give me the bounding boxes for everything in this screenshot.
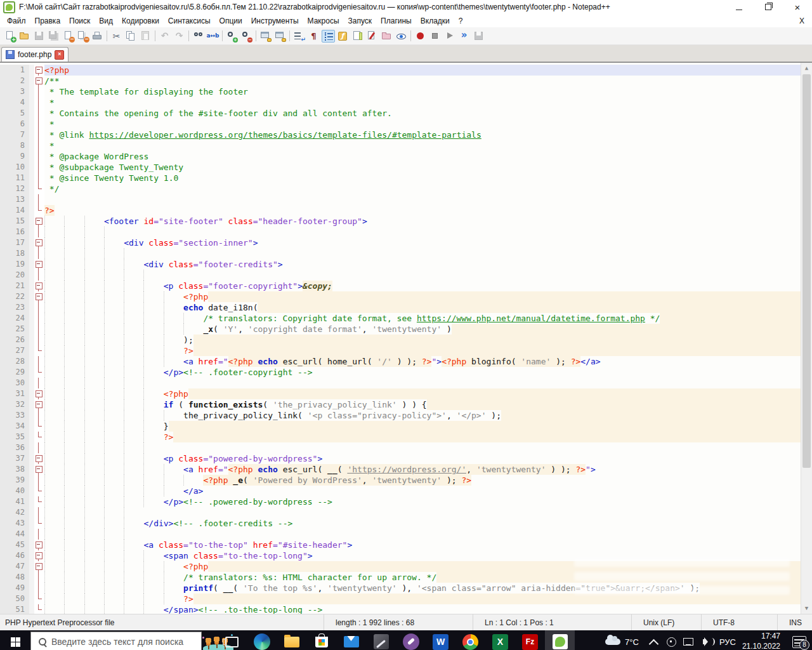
code-line[interactable]: 42 (0, 507, 801, 518)
folder-workspace-button[interactable] (380, 30, 393, 43)
bookmark-margin[interactable] (29, 335, 34, 345)
code-line[interactable]: 40</a> (0, 486, 801, 496)
bookmark-margin[interactable] (29, 183, 34, 194)
document-map-button[interactable] (351, 30, 364, 43)
tab-footer-php[interactable]: footer.php × (1, 47, 69, 62)
code-line[interactable]: 48/* translators: %s: HTML character for… (0, 572, 801, 583)
zoom-out-button[interactable] (240, 30, 253, 43)
menu-item-tabs[interactable]: Вкладки (416, 15, 454, 27)
bookmark-margin[interactable] (29, 464, 34, 475)
status-eol-format[interactable]: Unix (LF) (631, 614, 701, 630)
minimize-button[interactable] (724, 0, 754, 14)
bookmark-margin[interactable] (29, 302, 34, 313)
bookmark-margin[interactable] (29, 367, 34, 378)
code-line[interactable]: 10 * @subpackage Twenty_Twenty (0, 162, 801, 173)
menu-item-edit[interactable]: Правка (30, 15, 65, 27)
menu-item-tools[interactable]: Инструменты (247, 15, 303, 27)
fold-marker-box[interactable] (34, 550, 44, 561)
fold-marker-box[interactable] (34, 464, 44, 475)
code-line[interactable]: 18 (0, 248, 801, 259)
code-line[interactable]: 44 (0, 529, 801, 540)
taskbar-filezilla-button[interactable]: Fz (515, 630, 545, 650)
bookmark-margin[interactable] (29, 410, 34, 421)
notification-center-button[interactable]: 8 (787, 630, 812, 650)
code-line[interactable]: 19<div class="footer-credits"> (0, 259, 801, 270)
bookmark-margin[interactable] (29, 281, 34, 291)
bookmark-margin[interactable] (29, 518, 34, 529)
document-list-button[interactable] (365, 30, 379, 43)
menu-item-view[interactable]: Вид (95, 15, 117, 27)
bookmark-margin[interactable] (29, 227, 34, 237)
close-file-button[interactable] (62, 30, 75, 43)
code-line[interactable]: 49printf( __( 'To the top %s', 'twentytw… (0, 583, 801, 594)
fold-marker-box[interactable] (34, 291, 44, 302)
taskbar-notepad-plus-plus-button[interactable] (545, 630, 575, 650)
document-close-button[interactable]: X (792, 17, 812, 25)
menu-item-macro[interactable]: Макросы (303, 15, 344, 27)
taskbar-word-button[interactable]: W (426, 630, 455, 650)
cut-button[interactable] (110, 30, 123, 43)
find-button[interactable] (192, 30, 205, 43)
bookmark-margin[interactable] (29, 76, 34, 86)
bookmark-margin[interactable] (29, 248, 34, 259)
bookmark-margin[interactable] (29, 270, 34, 281)
taskbar-task-view-button[interactable] (217, 630, 247, 650)
vertical-scrollbar[interactable]: ▲ ▼ (801, 63, 812, 614)
menu-item-file[interactable]: Файл (3, 15, 30, 27)
new-file-button[interactable] (3, 30, 16, 43)
undo-button[interactable] (158, 30, 171, 43)
fold-marker-box[interactable] (34, 388, 44, 399)
menu-item-plugins[interactable]: Плагины (376, 15, 416, 27)
code-line[interactable]: 28<a href="<?php echo esc_url( home_url(… (0, 356, 801, 367)
code-line[interactable]: 2/** (0, 76, 801, 86)
fold-marker-box[interactable] (34, 540, 44, 550)
code-line[interactable]: 4 * (0, 97, 801, 108)
bookmark-margin[interactable] (29, 194, 34, 205)
print-button[interactable] (91, 30, 104, 43)
code-line[interactable]: 17<div class="section-inner"> (0, 237, 801, 248)
tray-network-button[interactable] (680, 630, 697, 650)
fold-marker-box[interactable] (34, 259, 44, 270)
save-all-button[interactable] (47, 30, 60, 43)
bookmark-margin[interactable] (29, 151, 34, 162)
sync-horizontal-button[interactable] (273, 30, 287, 43)
code-line[interactable]: 43</div><!-- .footer-credits --> (0, 518, 801, 529)
bookmark-margin[interactable] (29, 291, 34, 302)
close-all-button[interactable] (76, 30, 89, 43)
code-line[interactable]: 3 * The template for displaying the foot… (0, 86, 801, 97)
scroll-down-icon[interactable]: ▼ (801, 603, 812, 614)
bookmark-margin[interactable] (29, 237, 34, 248)
code-line[interactable]: 9 * @package WordPress (0, 151, 801, 162)
code-line[interactable]: 39<?php _e( 'Powered by WordPress', 'twe… (0, 475, 801, 486)
menu-item-settings[interactable]: Опции (215, 15, 247, 27)
taskbar-file-explorer-button[interactable] (277, 630, 306, 650)
bookmark-margin[interactable] (29, 583, 34, 594)
bookmark-margin[interactable] (29, 594, 34, 604)
code-editor[interactable]: 1<?php2/**3 * The template for displayin… (0, 63, 812, 614)
code-line[interactable]: 22<?php (0, 291, 801, 302)
status-insert-mode[interactable]: INS (777, 614, 812, 630)
fold-marker-box[interactable] (34, 281, 44, 291)
scroll-up-icon[interactable]: ▲ (801, 63, 812, 74)
monitoring-button[interactable] (395, 30, 408, 43)
zoom-in-button[interactable] (225, 30, 239, 43)
macro-save-button[interactable] (472, 30, 485, 43)
code-line[interactable]: 21<p class="footer-copyright">&copy; (0, 281, 801, 291)
taskbar-viber-button[interactable] (396, 630, 426, 650)
tab-close-icon[interactable]: × (55, 50, 64, 60)
redo-button[interactable] (173, 30, 186, 43)
code-line[interactable]: 51</span><!-- .to-the-top-long --> (0, 604, 801, 614)
replace-button[interactable] (206, 30, 219, 43)
fold-marker-box[interactable] (34, 399, 44, 410)
fold-marker-box[interactable] (34, 216, 44, 227)
code-line[interactable]: 24/* translators: Copyright date format,… (0, 313, 801, 324)
code-line[interactable]: 37<p class="powered-by-wordpress"> (0, 453, 801, 464)
close-button[interactable]: × (783, 0, 812, 14)
sync-vertical-button[interactable] (259, 30, 272, 43)
bookmark-margin[interactable] (29, 65, 34, 76)
menu-item-encoding[interactable]: Кодировки (117, 15, 164, 27)
open-file-button[interactable] (18, 30, 31, 43)
fold-marker-box[interactable] (34, 65, 44, 76)
bookmark-margin[interactable] (29, 561, 34, 572)
bookmark-margin[interactable] (29, 259, 34, 270)
